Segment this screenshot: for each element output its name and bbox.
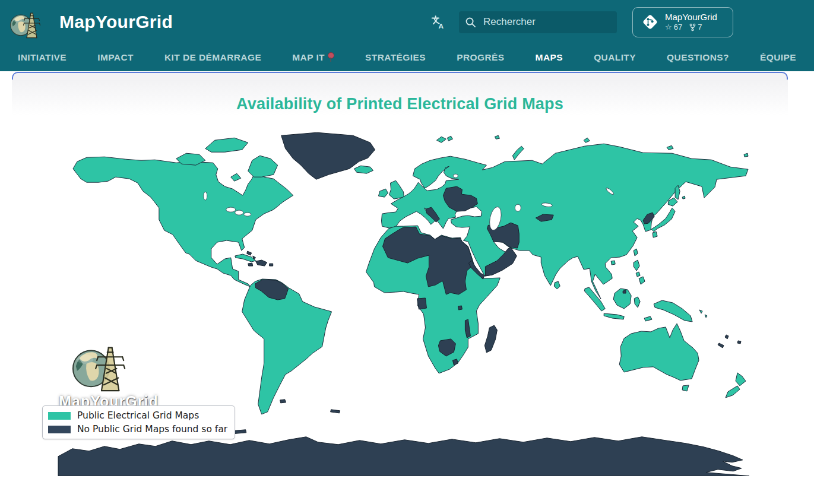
nav-item-initiative[interactable]: INITIATIVE (18, 52, 66, 63)
content-panel: Availability of Printed Electrical Grid … (12, 72, 788, 503)
page-title: Availability of Printed Electrical Grid … (12, 80, 788, 113)
repo-stats: ☆ 67 7 (665, 23, 717, 32)
svg-text:A: A (439, 22, 444, 30)
nav-item-progres[interactable]: PROGRÈS (457, 52, 504, 63)
search-box (459, 11, 617, 33)
fork-icon (689, 23, 696, 31)
panel-top-border (12, 72, 788, 80)
legend-row-public: Public Electrical Grid Maps (48, 410, 227, 421)
panel-body: Availability of Printed Electrical Grid … (12, 80, 788, 503)
star-count: ☆ 67 (665, 23, 682, 32)
legend-label-public: Public Electrical Grid Maps (77, 410, 199, 421)
nav-item-kit-de-demarrage[interactable]: KIT DE DÉMARRAGE (164, 52, 261, 63)
nav-item-impact[interactable]: IMPACT (97, 52, 134, 63)
search-icon (465, 17, 476, 28)
repo-name: MapYourGrid (665, 12, 717, 23)
site-header: MapYourGrid A (0, 0, 814, 44)
legend-label-no-public: No Public Grid Maps found so far (77, 424, 227, 435)
search-input[interactable] (482, 15, 611, 28)
nav-item-equipe[interactable]: ÉQUIPE (760, 52, 796, 63)
legend-swatch-public (48, 412, 71, 420)
mapyourgrid-page: MapYourGrid A (0, 0, 814, 504)
translate-icon[interactable]: A (428, 12, 448, 32)
nav-item-map-it[interactable]: MAP IT (292, 52, 334, 63)
nav-item-questions[interactable]: QUESTIONS? (667, 52, 729, 63)
map-legend: Public Electrical Grid Maps No Public Gr… (42, 405, 235, 439)
main-nav: INITIATIVE IMPACT KIT DE DÉMARRAGE MAP I… (0, 44, 814, 71)
site-logo[interactable] (9, 5, 43, 41)
world-map: MapYourGrid Public Electrical Grid Maps … (50, 132, 750, 476)
star-icon: ☆ (665, 23, 672, 32)
nav-item-maps[interactable]: MAPS (536, 52, 563, 63)
nav-item-label: MAP IT (292, 52, 325, 63)
nav-item-strategies[interactable]: STRATÉGIES (365, 52, 426, 63)
github-repo-widget[interactable]: MapYourGrid ☆ 67 (632, 7, 733, 37)
nav-item-quality[interactable]: QUALITY (594, 52, 636, 63)
legend-row-no-public: No Public Grid Maps found so far (48, 424, 227, 435)
legend-swatch-no-public (48, 426, 71, 433)
git-icon (641, 13, 659, 31)
fork-count: 7 (689, 23, 702, 32)
site-title: MapYourGrid (59, 12, 173, 32)
header-background: MapYourGrid A (0, 0, 814, 71)
pushpin-icon (328, 52, 334, 59)
